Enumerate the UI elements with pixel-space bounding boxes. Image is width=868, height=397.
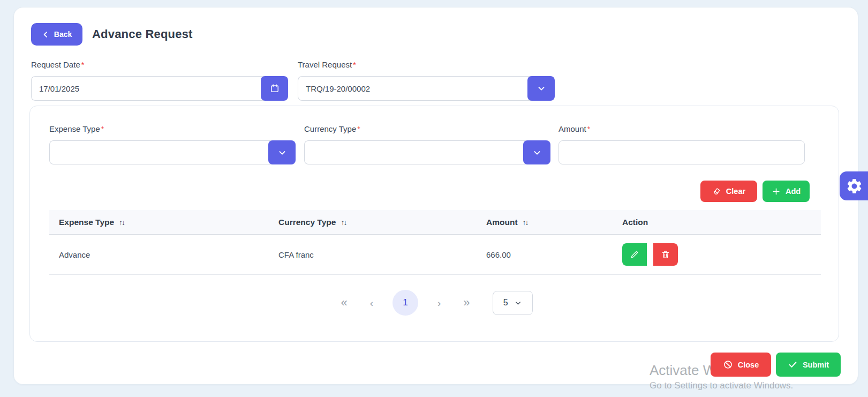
chevron-down-icon [532, 148, 542, 158]
close-button[interactable]: Close [711, 353, 771, 377]
next-page-button[interactable]: › [434, 296, 444, 310]
travel-request-dropdown-button[interactable] [527, 76, 555, 101]
amount-input[interactable] [558, 140, 805, 164]
currency-type-dropdown-button[interactable] [523, 140, 550, 164]
settings-fab[interactable] [840, 171, 868, 200]
travel-request-label: Travel Request* [298, 60, 356, 69]
plus-icon [772, 187, 781, 196]
first-page-button[interactable]: « [337, 295, 350, 311]
required-asterisk: * [353, 61, 356, 69]
calendar-button[interactable] [261, 76, 288, 101]
currency-type-cell: CFA franc [278, 235, 314, 274]
calendar-icon [269, 83, 280, 94]
request-date-label: Request Date* [31, 60, 84, 69]
column-header-currency-type[interactable]: Currency Type ↑↓ [278, 210, 346, 234]
sort-icon: ↑↓ [523, 218, 528, 227]
currency-type-group [304, 140, 550, 164]
submit-button-label: Submit [803, 361, 829, 369]
amount-cell: 666.00 [486, 235, 511, 274]
column-header-expense-type[interactable]: Expense Type ↑↓ [59, 210, 124, 234]
column-header-amount[interactable]: Amount ↑↓ [486, 210, 528, 234]
pagination: « ‹ 1 › » 5 [49, 286, 821, 319]
pencil-icon [630, 250, 639, 259]
last-page-button[interactable]: » [460, 295, 473, 311]
clear-button-label: Clear [726, 187, 745, 196]
expense-type-input[interactable] [49, 140, 273, 164]
chevron-down-icon [537, 84, 546, 93]
expense-type-dropdown-button[interactable] [268, 140, 296, 164]
submit-button[interactable]: Submit [776, 353, 841, 377]
request-date-group [31, 76, 288, 101]
expense-type-label: Expense Type* [49, 124, 104, 133]
action-cell [622, 235, 678, 274]
request-date-input[interactable] [31, 76, 265, 101]
edit-button[interactable] [622, 243, 647, 266]
page-size-value: 5 [503, 298, 508, 308]
table-header-row: Expense Type ↑↓ Currency Type ↑↓ Amount … [49, 210, 821, 235]
travel-request-group [298, 76, 555, 101]
currency-type-label: Currency Type* [304, 124, 360, 133]
currency-type-input[interactable] [304, 140, 527, 164]
prev-page-button[interactable]: ‹ [367, 296, 376, 310]
eraser-icon [712, 187, 721, 196]
back-button-label: Back [54, 30, 72, 39]
page-size-select[interactable]: 5 [493, 291, 533, 315]
chevron-down-icon [277, 148, 287, 158]
sort-icon: ↑↓ [341, 218, 346, 227]
required-asterisk: * [101, 125, 104, 133]
table-row: Advance CFA franc 666.00 [49, 235, 821, 275]
no-entry-icon [723, 359, 733, 370]
chevron-left-icon [42, 31, 50, 39]
amount-label: Amount* [558, 124, 590, 133]
page-title: Advance Request [92, 27, 193, 41]
required-asterisk: * [587, 125, 590, 133]
required-asterisk: * [81, 61, 84, 69]
sort-icon: ↑↓ [119, 218, 124, 227]
expense-type-group [49, 140, 296, 164]
gear-icon [846, 177, 863, 195]
required-asterisk: * [357, 125, 360, 133]
expense-type-cell: Advance [59, 235, 90, 274]
clear-button[interactable]: Clear [700, 181, 757, 202]
expense-table: Expense Type ↑↓ Currency Type ↑↓ Amount … [49, 210, 821, 275]
delete-button[interactable] [653, 243, 678, 266]
trash-icon [661, 250, 670, 259]
current-page-indicator[interactable]: 1 [393, 290, 418, 316]
activate-windows-watermark-subtext: Go to Settings to activate Windows. [650, 380, 793, 391]
back-button[interactable]: Back [31, 23, 82, 46]
travel-request-input[interactable] [298, 76, 532, 101]
check-icon [788, 359, 798, 370]
add-button-label: Add [786, 187, 801, 196]
chevron-down-icon [514, 299, 522, 307]
close-button-label: Close [738, 361, 759, 369]
column-header-action: Action [622, 210, 648, 234]
add-button[interactable]: Add [763, 181, 810, 202]
